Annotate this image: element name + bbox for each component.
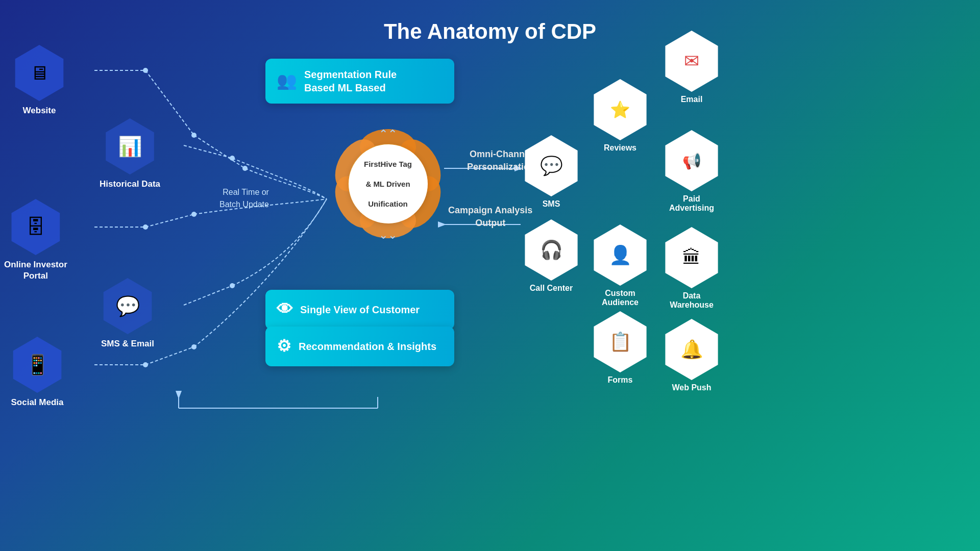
website-icon: 🖥 xyxy=(11,45,67,101)
svg-point-9 xyxy=(143,224,148,230)
sms-email-icon: 💬 xyxy=(100,278,156,334)
data-warehouse-hex: 🏛 xyxy=(661,227,722,288)
node-sms: 💬 SMS xyxy=(521,135,582,209)
email-label: Email xyxy=(681,95,703,104)
svg-text:⌃⌃: ⌃⌃ xyxy=(379,128,397,140)
custom-audience-label: CustomAudience xyxy=(602,289,639,307)
campaign-analysis-label: Campaign Analysis Output xyxy=(448,204,532,230)
website-label: Website xyxy=(23,105,56,116)
web-push-label: Web Push xyxy=(672,383,711,392)
social-label: Social Media xyxy=(11,397,64,408)
sms-hex: 💬 xyxy=(521,135,582,196)
svg-point-11 xyxy=(191,212,197,217)
node-website: 🖥 Website xyxy=(11,45,67,116)
sms-email-label: SMS & Email xyxy=(101,338,154,349)
node-investor: 🗄 Online InvestorPortal xyxy=(4,199,67,282)
realtime-label: Real Time orBatch Update xyxy=(219,186,269,211)
svg-point-7 xyxy=(230,156,235,161)
investor-icon: 🗄 xyxy=(8,199,64,255)
recommendation-icon: ⚙ xyxy=(277,336,291,357)
node-historical: 📊 Historical Data xyxy=(100,118,160,190)
social-icon: 📱 xyxy=(9,337,65,393)
call-center-label: Call Center xyxy=(530,284,573,293)
web-push-hex: 🔔 xyxy=(661,319,722,380)
forms-label: Forms xyxy=(608,375,633,385)
email-hex: ✉ xyxy=(661,31,722,92)
forms-hex: 📋 xyxy=(590,311,651,372)
svg-point-3 xyxy=(191,133,197,138)
campaign-line2: Output xyxy=(475,218,505,228)
single-view-box: 👁 Single View of Customer xyxy=(265,290,454,330)
svg-line-12 xyxy=(184,286,232,305)
svg-text:⌄⌄: ⌄⌄ xyxy=(379,229,397,241)
historical-icon: 📊 xyxy=(102,118,158,174)
node-reviews: ⭐ Reviews xyxy=(590,79,651,153)
center-text: FirstHive Tag & ML Driven Unification xyxy=(349,144,428,223)
center-flower: ⌃⌃ ⌄⌄ FirstHive Tag & ML Driven Unificat… xyxy=(327,122,449,245)
node-social: 📱 Social Media xyxy=(9,337,65,408)
svg-point-13 xyxy=(230,283,235,288)
connectors-layer xyxy=(0,0,980,551)
node-custom-audience: 👤 CustomAudience xyxy=(590,224,651,307)
segmentation-box: 👥 Segmentation RuleBased ML Based xyxy=(265,59,454,104)
historical-label: Historical Data xyxy=(100,179,160,190)
reviews-label: Reviews xyxy=(604,143,636,153)
node-email: ✉ Email xyxy=(661,31,722,104)
svg-point-15 xyxy=(143,362,148,367)
paid-ads-hex: 📢 xyxy=(661,130,722,191)
reviews-hex: ⭐ xyxy=(590,79,651,140)
paid-ads-label: PaidAdvertising xyxy=(669,194,714,213)
svg-line-10 xyxy=(145,214,194,227)
page-title: The Anatomy of CDP xyxy=(384,19,596,44)
node-forms: 📋 Forms xyxy=(590,311,651,385)
svg-line-16 xyxy=(145,347,194,365)
center-line3: Unification xyxy=(368,198,408,209)
svg-point-5 xyxy=(242,166,248,171)
center-line1: FirstHive Tag xyxy=(364,159,412,169)
node-web-push: 🔔 Web Push xyxy=(661,319,722,392)
segmentation-text: Segmentation RuleBased ML Based xyxy=(304,68,397,94)
svg-point-1 xyxy=(143,68,148,73)
data-warehouse-label: DataWarehouse xyxy=(670,291,714,310)
center-line2: & ML Driven xyxy=(365,179,410,189)
segmentation-icon: 👥 xyxy=(277,70,297,92)
svg-line-4 xyxy=(194,135,245,168)
single-view-text: Single View of Customer xyxy=(300,303,420,316)
single-view-icon: 👁 xyxy=(277,299,293,320)
call-center-hex: 🎧 xyxy=(521,219,582,281)
node-data-warehouse: 🏛 DataWarehouse xyxy=(661,227,722,310)
sms-label: SMS xyxy=(543,199,560,209)
svg-point-17 xyxy=(191,344,197,349)
recommendation-text: Recommendation & Insights xyxy=(299,340,436,353)
svg-line-6 xyxy=(184,145,232,158)
recommendation-box: ⚙ Recommendation & Insights xyxy=(265,327,454,366)
node-paid-advertising: 📢 PaidAdvertising xyxy=(661,130,722,213)
node-sms-email: 💬 SMS & Email xyxy=(100,278,156,349)
campaign-line1: Campaign Analysis xyxy=(448,205,532,215)
investor-label: Online InvestorPortal xyxy=(4,259,67,282)
custom-audience-hex: 👤 xyxy=(590,224,651,286)
node-call-center: 🎧 Call Center xyxy=(521,219,582,293)
